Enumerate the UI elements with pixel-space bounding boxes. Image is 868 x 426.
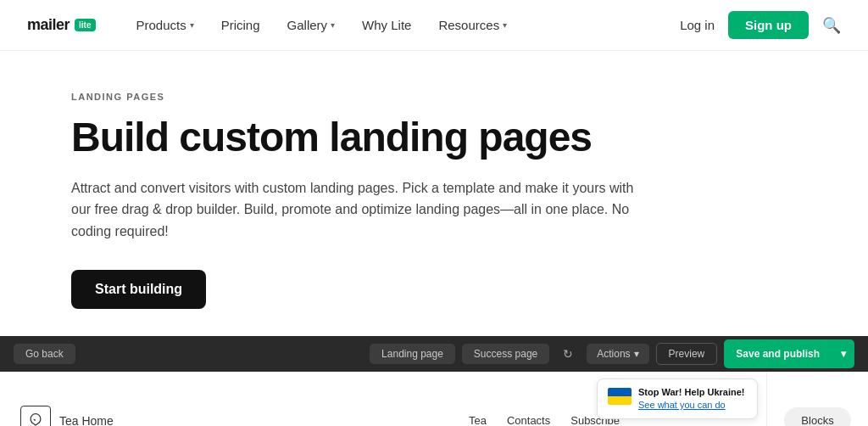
actions-button[interactable]: Actions ▾ [587, 344, 648, 364]
login-button[interactable]: Log in [680, 18, 715, 32]
canvas-nav-contacts: Contacts [507, 414, 550, 426]
chevron-down-icon: ▾ [331, 20, 335, 30]
nav-resources[interactable]: Resources ▾ [438, 18, 507, 32]
canvas-logo-icon [20, 406, 51, 426]
save-publish-button[interactable]: Save and publish ▾ [724, 339, 854, 368]
header: mailer lite Products ▾ Pricing Gallery ▾… [0, 0, 868, 51]
nav-products[interactable]: Products ▾ [136, 18, 194, 32]
ukraine-flag [608, 388, 632, 405]
editor-canvas: Tea Home Tea Contacts Subscribe Blocks S… [0, 372, 868, 426]
canvas-logo-text: Tea Home [59, 414, 114, 426]
flag-blue-stripe [608, 388, 632, 396]
preview-section: Go back Landing page Success page ↻ Acti… [0, 336, 868, 426]
main-nav: Products ▾ Pricing Gallery ▾ Why Lite Re… [136, 18, 681, 32]
preview-button[interactable]: Preview [656, 343, 718, 365]
ukraine-text: Stop War! Help Ukraine! See what you can… [638, 386, 745, 412]
header-actions: Log in Sign up 🔍 [680, 11, 841, 39]
ukraine-banner-link[interactable]: See what you can do [638, 400, 726, 410]
nav-why-lite[interactable]: Why Lite [362, 18, 411, 32]
signup-button[interactable]: Sign up [728, 11, 809, 39]
go-back-button[interactable]: Go back [14, 344, 75, 364]
hero-description: Attract and convert visitors with custom… [71, 177, 651, 243]
start-building-button[interactable]: Start building [71, 270, 206, 309]
landing-page-tab[interactable]: Landing page [370, 344, 455, 364]
search-icon[interactable]: 🔍 [822, 16, 841, 35]
flag-yellow-stripe [608, 396, 632, 405]
chevron-down-icon: ▾ [832, 344, 854, 364]
ukraine-banner-title: Stop War! Help Ukraine! [638, 386, 745, 399]
ukraine-banner: Stop War! Help Ukraine! See what you can… [597, 378, 758, 420]
hero-section: LANDING PAGES Build custom landing pages… [0, 51, 678, 336]
logo-badge: lite [75, 19, 95, 31]
hero-title: Build custom landing pages [71, 115, 651, 160]
chevron-down-icon: ▾ [634, 348, 639, 360]
hero-label: LANDING PAGES [71, 92, 651, 102]
nav-pricing[interactable]: Pricing [221, 18, 260, 32]
logo-text: mailer [27, 16, 70, 34]
canvas-nav-tea: Tea [469, 414, 487, 426]
history-icon[interactable]: ↻ [556, 344, 580, 364]
nav-gallery[interactable]: Gallery ▾ [287, 18, 336, 32]
canvas-logo-area: Tea Home [0, 372, 220, 426]
blocks-button[interactable]: Blocks [784, 407, 850, 426]
chevron-down-icon: ▾ [503, 20, 507, 30]
logo[interactable]: mailer lite [27, 16, 96, 34]
chevron-down-icon: ▾ [190, 20, 194, 30]
editor-toolbar: Go back Landing page Success page ↻ Acti… [0, 336, 868, 372]
success-page-tab[interactable]: Success page [462, 344, 549, 364]
blocks-panel: Blocks [766, 372, 868, 426]
